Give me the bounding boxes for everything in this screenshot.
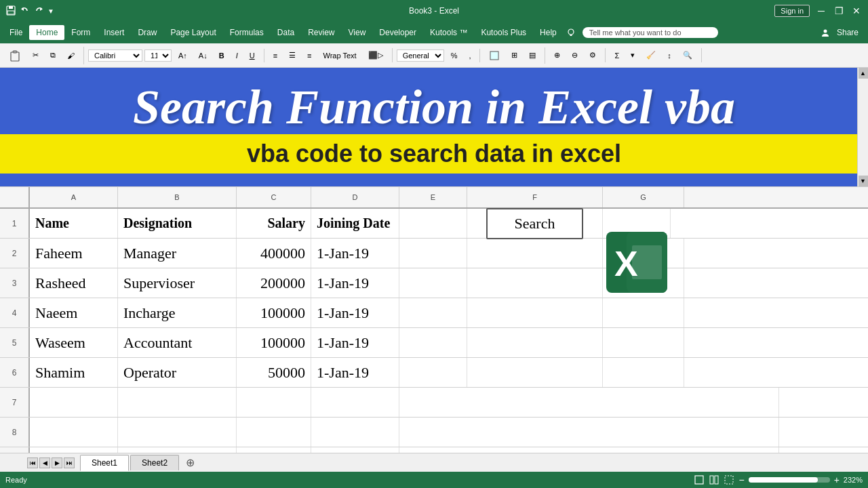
cell-7-c[interactable] xyxy=(237,388,311,417)
tab-first-arrow[interactable]: ⏮ xyxy=(27,458,38,468)
cell-5-date[interactable]: 1-Jan-19 xyxy=(311,328,399,357)
cell-3-e[interactable] xyxy=(399,268,467,298)
align-left-btn[interactable]: ≡ xyxy=(269,49,282,62)
cell-1-date[interactable]: Joining Date xyxy=(311,209,399,238)
delete-cells-btn[interactable]: ⊖ xyxy=(567,48,583,62)
cell-7-d[interactable] xyxy=(311,388,399,417)
cell-4-desig[interactable]: Incharge xyxy=(118,298,237,327)
cell-1-salary[interactable]: Salary xyxy=(237,209,311,238)
menu-kutools[interactable]: Kutools ™ xyxy=(423,25,474,40)
cell-4-g[interactable] xyxy=(603,298,684,327)
cell-8-a[interactable] xyxy=(30,418,118,447)
menu-help[interactable]: Help xyxy=(533,25,564,40)
align-right-btn[interactable]: ≡ xyxy=(302,49,316,62)
font-size-select[interactable]: 11 xyxy=(144,49,172,62)
tab-sheet2[interactable]: Sheet2 xyxy=(130,455,179,470)
cell-4-f[interactable] xyxy=(467,298,603,327)
cell-2-f[interactable] xyxy=(467,239,603,268)
minimize-button[interactable]: ─ xyxy=(815,5,827,17)
bold-btn[interactable]: B xyxy=(214,49,229,62)
cell-6-desig[interactable]: Operator xyxy=(118,358,237,387)
page-layout-icon[interactable] xyxy=(709,474,719,485)
merge-cells-btn[interactable]: ⬛▷ xyxy=(363,48,388,62)
menu-insert[interactable]: Insert xyxy=(97,25,131,40)
cell-9-b[interactable] xyxy=(118,447,237,453)
cell-1-desig[interactable]: Designation xyxy=(118,209,237,238)
percent-btn[interactable]: % xyxy=(446,49,462,62)
find-btn[interactable]: 🔍 xyxy=(678,48,697,62)
menu-review[interactable]: Review xyxy=(301,25,341,40)
cell-2-name[interactable]: Faheem xyxy=(30,239,118,268)
quick-access-more[interactable]: ▼ xyxy=(47,7,54,15)
format-painter-btn[interactable]: 🖌 xyxy=(62,49,79,62)
sort-btn[interactable]: ↕ xyxy=(663,49,676,62)
cut-btn[interactable]: ✂ xyxy=(28,48,43,62)
cell-2-desig[interactable]: Manager xyxy=(118,239,237,268)
cell-3-desig[interactable]: Supervioser xyxy=(118,268,237,298)
cell-3-salary[interactable]: 200000 xyxy=(237,268,311,298)
menu-view[interactable]: View xyxy=(342,25,373,40)
fill-btn[interactable]: ▾ xyxy=(626,48,639,62)
cell-8-rest[interactable] xyxy=(399,418,779,447)
add-sheet-button[interactable]: ⊕ xyxy=(180,454,200,471)
normal-view-icon[interactable] xyxy=(694,474,705,485)
scroll-down-arrow[interactable]: ▼ xyxy=(859,176,868,186)
cell-9-d[interactable] xyxy=(311,447,399,453)
cell-4-date[interactable]: 1-Jan-19 xyxy=(311,298,399,327)
cell-8-b[interactable] xyxy=(118,418,237,447)
insert-cells-btn[interactable]: ⊕ xyxy=(549,48,565,62)
format-table-btn[interactable]: ⊞ xyxy=(507,48,522,62)
cell-4-name[interactable]: Naeem xyxy=(30,298,118,327)
cell-6-f[interactable] xyxy=(467,358,603,387)
menu-developer[interactable]: Developer xyxy=(372,25,423,40)
cell-5-name[interactable]: Waseem xyxy=(30,328,118,357)
cell-3-name[interactable]: Rasheed xyxy=(30,268,118,298)
cell-5-salary[interactable]: 100000 xyxy=(237,328,311,357)
cell-5-desig[interactable]: Accountant xyxy=(118,328,237,357)
close-button[interactable]: ✕ xyxy=(850,5,863,17)
cell-5-e[interactable] xyxy=(399,328,467,357)
undo-icon[interactable] xyxy=(20,6,30,16)
cond-format-btn[interactable] xyxy=(484,47,505,64)
zoom-in-button[interactable]: + xyxy=(834,474,840,485)
cell-6-g[interactable] xyxy=(603,358,684,387)
cell-4-e[interactable] xyxy=(399,298,467,327)
cell-8-d[interactable] xyxy=(311,418,399,447)
number-format-select[interactable]: General xyxy=(397,49,444,62)
format-cells-btn[interactable]: ⚙ xyxy=(585,48,601,62)
cell-9-a[interactable] xyxy=(30,447,118,453)
tab-last-arrow[interactable]: ⏭ xyxy=(64,458,75,468)
menu-kutools-plus[interactable]: Kutools Plus xyxy=(474,25,533,40)
wrap-text-btn[interactable]: Wrap Text xyxy=(319,49,361,62)
menu-draw[interactable]: Draw xyxy=(131,25,163,40)
save-icon[interactable] xyxy=(5,5,16,16)
comma-btn[interactable]: , xyxy=(464,49,475,62)
restore-button[interactable]: ❐ xyxy=(833,5,845,17)
share-button[interactable]: Share xyxy=(830,25,865,40)
cell-6-e[interactable] xyxy=(399,358,467,387)
redo-icon[interactable] xyxy=(34,6,43,16)
cell-1-e[interactable] xyxy=(399,209,467,238)
zoom-out-button[interactable]: − xyxy=(738,474,744,485)
increase-font-btn[interactable]: A↑ xyxy=(174,49,192,62)
cell-3-f[interactable] xyxy=(467,268,603,298)
cell-9-rest[interactable] xyxy=(399,447,779,453)
cell-4-salary[interactable]: 100000 xyxy=(237,298,311,327)
cell-6-name[interactable]: Shamim xyxy=(30,358,118,387)
menu-home[interactable]: Home xyxy=(29,25,64,40)
cell-1-name[interactable]: Name xyxy=(30,209,118,238)
cell-9-c[interactable] xyxy=(237,447,311,453)
cell-7-a[interactable] xyxy=(30,388,118,417)
menu-data[interactable]: Data xyxy=(271,25,301,40)
cell-7-b[interactable] xyxy=(118,388,237,417)
cell-7-rest[interactable] xyxy=(399,388,779,417)
cell-2-e[interactable] xyxy=(399,239,467,268)
cell-3-date[interactable]: 1-Jan-19 xyxy=(311,268,399,298)
copy-btn[interactable]: ⧉ xyxy=(45,48,60,62)
cell-6-date[interactable]: 1-Jan-19 xyxy=(311,358,399,387)
sum-btn[interactable]: Σ xyxy=(610,49,624,62)
menu-file[interactable]: File xyxy=(3,25,29,40)
tell-me-bar[interactable]: Tell me what you want to do xyxy=(583,27,718,38)
cell-8-c[interactable] xyxy=(237,418,311,447)
scrollbar-right[interactable]: ▲ ▼ xyxy=(857,68,868,186)
